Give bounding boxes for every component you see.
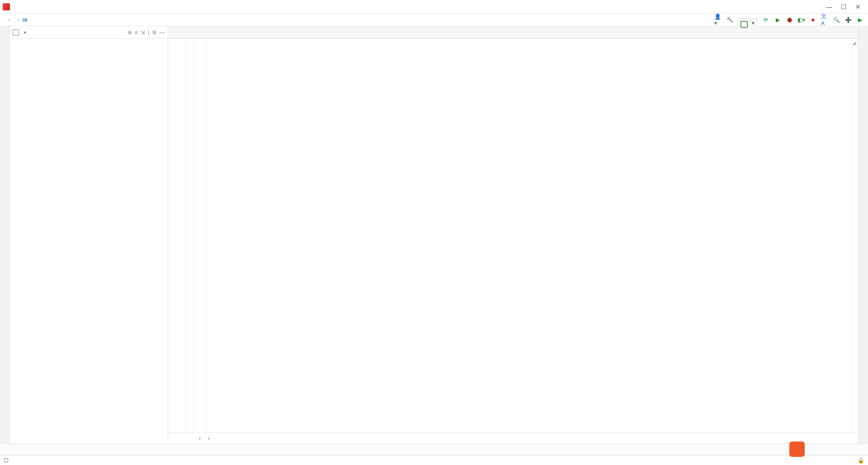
marker-gutter[interactable]	[186, 39, 193, 432]
maven-icon: m	[23, 17, 28, 23]
status-icon[interactable]: ☐	[4, 457, 9, 464]
search-icon[interactable]: 🔍	[833, 16, 840, 23]
build-icon[interactable]: 🔨	[726, 16, 733, 23]
sync-icon[interactable]: ⟳	[762, 16, 769, 23]
sogou-ime-icon	[789, 442, 805, 457]
icon-gutter[interactable]	[193, 39, 206, 432]
project-tree[interactable]	[10, 39, 168, 443]
panel-icon	[13, 29, 19, 36]
titlebar: — ☐ ✕	[0, 0, 868, 14]
editor-body: ✔	[168, 39, 858, 432]
minimize-button[interactable]: —	[822, 3, 836, 10]
coverage-icon[interactable]: ◧▾	[797, 16, 805, 23]
app-icon	[3, 3, 10, 10]
navigation-bar: › › m 👤▾ 🔨 ⟳ ▶ 🐞 ◧▾ ■ 文A 🔍 ➕ ▶	[0, 14, 868, 26]
hide-icon[interactable]: —	[160, 29, 165, 36]
ide-updates-icon[interactable]: ➕	[844, 16, 852, 23]
left-tool-rail	[0, 26, 10, 443]
editor-tabs	[168, 26, 858, 39]
run-icon[interactable]: ▶	[774, 16, 781, 23]
breadcrumb: › › m	[0, 17, 31, 23]
project-panel-header: ▾ ⊕ ≡ ⇲ | ⚙ —	[10, 26, 168, 39]
toolbar-right: 👤▾ 🔨 ⟳ ▶ 🐞 ◧▾ ■ 文A 🔍 ➕ ▶	[714, 16, 868, 23]
right-tool-rail	[858, 26, 868, 443]
maximize-button[interactable]: ☐	[836, 3, 851, 10]
bottom-toolbar	[0, 443, 868, 455]
line-gutter[interactable]	[168, 39, 186, 432]
code-area[interactable]	[206, 39, 852, 432]
project-panel: ▾ ⊕ ≡ ⇲ | ⚙ —	[10, 26, 168, 443]
gear-icon[interactable]: ⚙	[152, 29, 157, 36]
status-bar: ☐ 🔒	[0, 455, 868, 465]
translate-icon[interactable]: 文A	[821, 16, 828, 23]
locate-icon[interactable]: ⊕	[127, 29, 132, 36]
lock-icon[interactable]: 🔒	[858, 457, 864, 464]
check-icon: ✔	[853, 41, 857, 47]
debug-icon[interactable]: 🐞	[786, 16, 793, 23]
stop-icon[interactable]: ■	[809, 16, 816, 23]
run-config-select[interactable]	[738, 19, 758, 21]
editor-area: ✔ › ›	[168, 26, 858, 443]
collapse-icon[interactable]: ⇲	[141, 29, 145, 36]
close-button[interactable]: ✕	[851, 3, 865, 10]
editor-breadcrumb: › ›	[168, 432, 858, 443]
run-anything-icon[interactable]: ▶	[856, 16, 863, 23]
expand-icon[interactable]: ≡	[135, 29, 138, 36]
error-stripe[interactable]: ✔	[852, 39, 858, 432]
user-icon[interactable]: 👤▾	[714, 16, 722, 23]
